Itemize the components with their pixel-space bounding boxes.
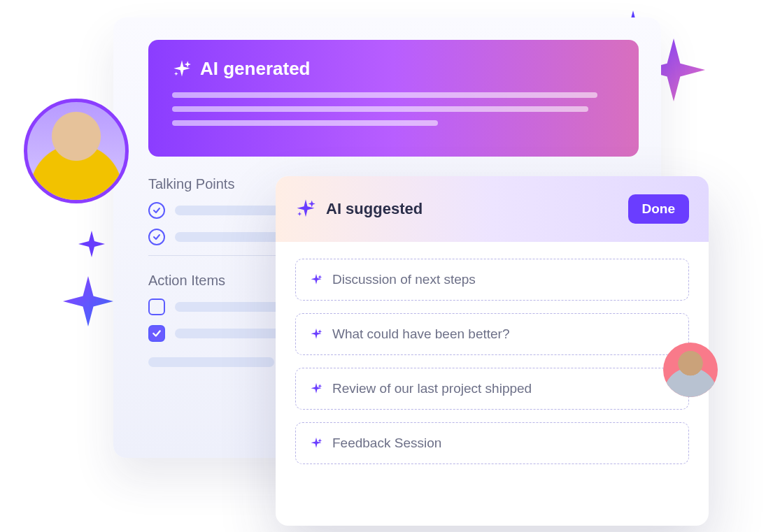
sparkle-icon bbox=[310, 328, 322, 340]
suggestion-item[interactable]: Review of our last project shipped bbox=[295, 368, 689, 410]
sparkle-icon bbox=[310, 273, 322, 286]
done-button[interactable]: Done bbox=[628, 194, 690, 224]
sparkle-icon bbox=[310, 382, 322, 395]
checkbox-unchecked-icon[interactable] bbox=[148, 299, 165, 315]
suggestion-list: Discussion of next steps What could have… bbox=[276, 242, 709, 494]
sparkle-icon bbox=[78, 231, 105, 257]
suggestion-text: Discussion of next steps bbox=[332, 272, 476, 287]
check-circle-icon bbox=[148, 202, 165, 219]
sparkle-icon bbox=[295, 199, 316, 220]
suggestion-item[interactable]: Feedback Session bbox=[295, 422, 689, 464]
sparkle-icon bbox=[63, 276, 113, 326]
suggestion-item[interactable]: Discussion of next steps bbox=[295, 259, 689, 301]
ai-suggested-card: AI suggested Done Discussion of next ste… bbox=[276, 176, 709, 526]
ai-suggested-header: AI suggested Done bbox=[276, 176, 709, 242]
checkbox-checked-icon[interactable] bbox=[148, 325, 165, 342]
ai-suggested-title: AI suggested bbox=[326, 200, 423, 218]
ai-generated-banner: AI generated bbox=[148, 40, 639, 157]
sparkle-icon bbox=[310, 437, 322, 450]
sparkle-icon bbox=[172, 59, 192, 79]
suggestion-item[interactable]: What could have been better? bbox=[295, 313, 689, 355]
suggestion-text: What could have been better? bbox=[332, 326, 510, 342]
check-circle-icon bbox=[148, 229, 165, 245]
suggestion-text: Feedback Session bbox=[332, 436, 441, 451]
avatar bbox=[663, 343, 718, 397]
generated-text-placeholder bbox=[172, 92, 615, 126]
suggestion-text: Review of our last project shipped bbox=[332, 381, 532, 396]
placeholder-text bbox=[148, 357, 274, 367]
ai-generated-title: AI generated bbox=[200, 58, 311, 80]
avatar bbox=[24, 99, 129, 203]
